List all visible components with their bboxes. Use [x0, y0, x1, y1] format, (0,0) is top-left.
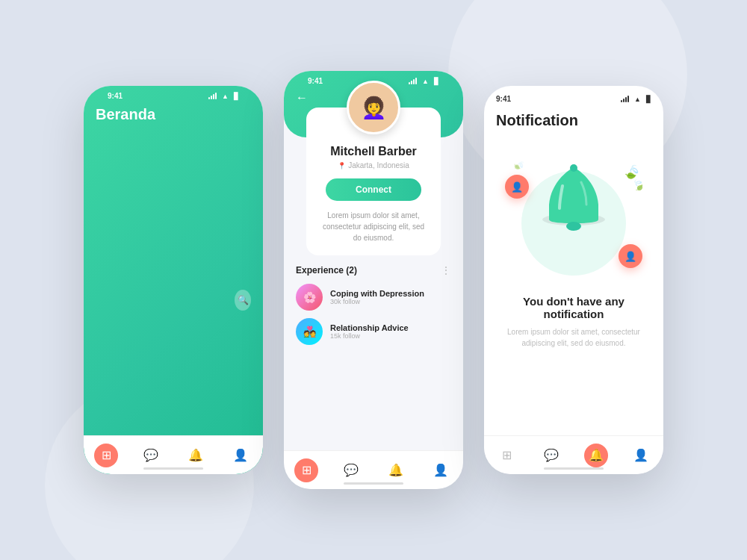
header-top: Beranda 🔍	[96, 103, 251, 474]
profile-card-wrapper: 👩‍🦱 Mitchell Barber 📍 Jakarta, Indonesia…	[294, 108, 453, 255]
bell-illustration: 🍃 🍃 🍃 👤 👤	[499, 156, 648, 283]
grid-icon-r: ⊞	[495, 444, 518, 467]
svg-point-1	[570, 164, 577, 172]
phone-indicator-r	[544, 467, 604, 470]
nav-bell[interactable]: 🔔	[184, 444, 208, 467]
phones-container: 9:41 ▲ ▊ Beranda 🔍 Conne	[84, 71, 663, 489]
chat-icon-m: 💬	[339, 458, 363, 482]
profile-bio: Lorem ipsum dolor sit amet, consectetur …	[318, 210, 429, 243]
nav-profile-m[interactable]: 👤	[429, 458, 453, 482]
notification-empty: 🍃 🍃 🍃 👤 👤 You don't have any notificatio…	[484, 141, 663, 364]
bell-icon: 🔔	[184, 444, 208, 467]
more-options-button[interactable]: ⋮	[441, 264, 451, 276]
nav-home[interactable]: ⊞	[94, 444, 118, 467]
phone-middle: 9:41 ▲ ▊ ← 👩‍🦱	[284, 71, 463, 489]
status-icons-right: ▲ ▊	[621, 96, 651, 103]
page-title: Beranda	[96, 106, 235, 474]
experience-item-2[interactable]: 💑 Relationship Advice 15k follow	[296, 318, 451, 345]
battery-icon-m: ▊	[434, 78, 439, 85]
bell-icon-r: 🔔	[584, 444, 608, 467]
experience-title: Experience (2)	[296, 265, 357, 276]
location-pin-icon: 📍	[338, 162, 346, 169]
exp-info-2: Relationship Advice 15k follow	[330, 323, 451, 340]
status-bar-left: 9:41 ▲ ▊	[96, 86, 251, 103]
notification-header: Notification	[484, 106, 663, 141]
empty-title: You don't have any notification	[502, 295, 645, 320]
experience-section: Experience (2) ⋮ 🌸 Coping with Depressio…	[284, 255, 463, 361]
bell-svg	[533, 156, 615, 246]
location-text: Jakarta, Indonesia	[348, 161, 409, 169]
signal-icon	[208, 93, 217, 99]
nav-profile-r[interactable]: 👤	[629, 444, 653, 467]
notification-title: Notification	[496, 112, 651, 129]
exp-icon-2: 💑	[296, 318, 323, 345]
profile-name: Mitchell Barber	[318, 145, 429, 158]
profile-icon-m: 👤	[429, 458, 453, 482]
phone-indicator-m	[344, 482, 403, 485]
battery-icon-r: ▊	[646, 96, 651, 103]
exp-follow-1: 30k follow	[330, 298, 451, 305]
exp-icon-1: 🌸	[296, 284, 323, 311]
phone-indicator	[143, 467, 203, 470]
search-icon: 🔍	[238, 295, 249, 305]
connect-button[interactable]: Connect	[326, 178, 421, 201]
grid-icon-m: ⊞	[294, 458, 318, 482]
profile-icon-r: 👤	[629, 444, 653, 467]
svg-point-2	[566, 222, 581, 231]
status-bar-right: 9:41 ▲ ▊	[484, 86, 663, 106]
nav-profile[interactable]: 👤	[229, 444, 252, 467]
nav-bell-r[interactable]: 🔔	[584, 444, 608, 467]
time-left: 9:41	[108, 92, 123, 100]
exp-follow-2: 15k follow	[330, 332, 451, 340]
nav-chat[interactable]: 💬	[139, 444, 163, 467]
nav-chat-r[interactable]: 💬	[539, 444, 563, 467]
grid-icon: ⊞	[94, 444, 118, 467]
empty-subtitle: Lorem ipsum dolor sit amet, consectetur …	[502, 326, 645, 349]
wifi-icon-r: ▲	[634, 96, 641, 103]
nav-bell-m[interactable]: 🔔	[384, 458, 408, 482]
profile-avatar-wrapper: 👩‍🦱	[347, 81, 400, 134]
exp-name-2: Relationship Advice	[330, 323, 451, 332]
experience-header: Experience (2) ⋮	[296, 264, 451, 276]
search-button[interactable]: 🔍	[235, 290, 251, 311]
signal-icon-m	[409, 78, 417, 84]
bell-icon-m: 🔔	[384, 458, 408, 482]
nav-home-m[interactable]: ⊞	[294, 458, 318, 482]
time-middle: 9:41	[308, 77, 323, 85]
wifi-icon: ▲	[222, 93, 229, 100]
wifi-icon-m: ▲	[422, 78, 429, 85]
nav-chat-m[interactable]: 💬	[339, 458, 363, 482]
leaf-icon-3: 🍃	[512, 158, 527, 172]
experience-item-1[interactable]: 🌸 Coping with Depression 30k follow	[296, 284, 451, 311]
profile-avatar: 👩‍🦱	[347, 81, 400, 134]
chat-icon-r: 💬	[539, 444, 563, 467]
nav-home-r[interactable]: ⊞	[495, 444, 518, 467]
exp-info-1: Coping with Depression 30k follow	[330, 289, 451, 305]
profile-card: 👩‍🦱 Mitchell Barber 📍 Jakarta, Indonesia…	[306, 108, 441, 255]
exp-name-1: Coping with Depression	[330, 289, 451, 298]
status-icons: ▲ ▊	[208, 93, 239, 100]
battery-icon: ▊	[234, 93, 239, 100]
phone-right: 9:41 ▲ ▊ Notification	[484, 86, 663, 474]
profile-icon: 👤	[229, 444, 252, 467]
status-icons-middle: ▲ ▊	[409, 78, 439, 85]
person-bubble-2: 👤	[619, 244, 642, 268]
signal-icon-r	[621, 96, 629, 102]
time-right: 9:41	[496, 95, 511, 103]
header-gradient: 9:41 ▲ ▊ Beranda 🔍 Conne	[84, 86, 263, 474]
person-bubble-1: 👤	[505, 175, 529, 199]
phone-left: 9:41 ▲ ▊ Beranda 🔍 Conne	[84, 86, 263, 474]
profile-location: 📍 Jakarta, Indonesia	[318, 161, 429, 169]
chat-icon: 💬	[139, 444, 163, 467]
